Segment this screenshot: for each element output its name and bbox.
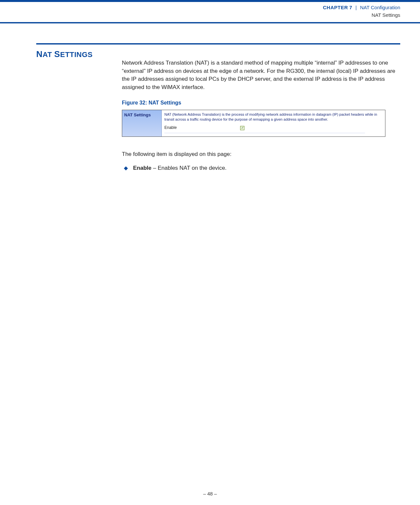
intro-paragraph: Network Address Translation (NAT) is a s…	[122, 59, 400, 92]
figure-enable-row: Enable ✓	[164, 125, 365, 133]
figure-caption: Figure 32: NAT Settings	[122, 99, 400, 106]
figure-sidebar-label: NAT Settings	[122, 110, 162, 136]
page-body: NAT SETTINGS Network Address Translation…	[0, 23, 420, 172]
diamond-bullet-icon: ◆	[122, 164, 133, 172]
figure-main: NAT (Network Address Translation) is the…	[162, 110, 385, 136]
page-footer: – 48 –	[0, 491, 420, 496]
page-header: CHAPTER 7 | NAT Configuration NAT Settin…	[0, 2, 420, 23]
figure-description: NAT (Network Address Translation) is the…	[164, 112, 382, 122]
figure-screenshot: NAT Settings NAT (Network Address Transl…	[122, 110, 385, 137]
section-heading: NAT SETTINGS	[36, 49, 122, 59]
chapter-subtitle: NAT Settings	[0, 12, 400, 19]
bullet-term: Enable	[133, 165, 152, 171]
enable-checkbox[interactable]: ✓	[240, 126, 244, 130]
chapter-number: 7	[349, 5, 352, 10]
separator: |	[353, 5, 359, 10]
bullet-description: – Enables NAT on the device.	[152, 165, 227, 171]
post-figure-text: The following item is displayed on this …	[122, 150, 400, 159]
chapter-label: CHAPTER	[323, 5, 348, 10]
chapter-title: NAT Configuration	[360, 5, 400, 10]
section-content: Network Address Translation (NAT) is a s…	[122, 49, 400, 172]
bullet-item: ◆ Enable – Enables NAT on the device.	[122, 164, 400, 172]
section-rule	[36, 43, 400, 45]
bullet-text: Enable – Enables NAT on the device.	[133, 164, 227, 172]
figure-enable-label: Enable	[164, 125, 240, 131]
